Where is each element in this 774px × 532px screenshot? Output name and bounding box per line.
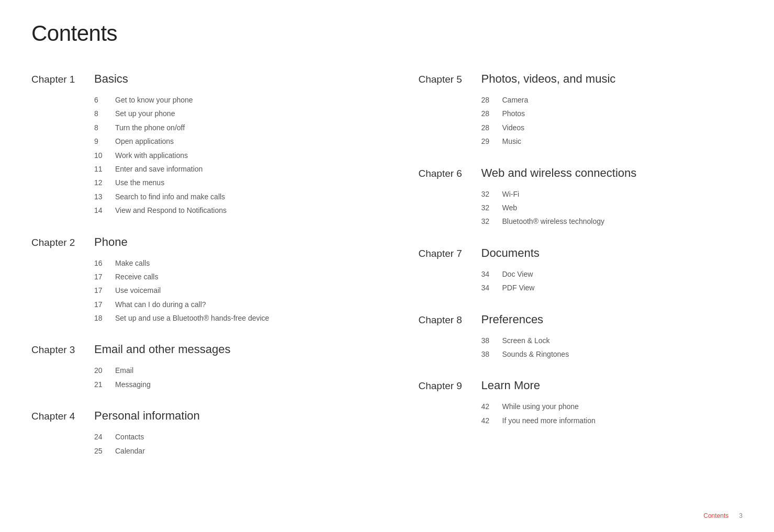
item-text-0-3: Music xyxy=(502,135,522,147)
item-text-1-2: Use voicemail xyxy=(115,285,161,296)
chapter-item-0-7: 13Search to find info and make calls xyxy=(94,191,356,202)
content-layout: Chapter 1Basics6Get to know your phone8S… xyxy=(31,72,743,476)
chapter-label-0: Chapter 5 xyxy=(419,74,481,85)
chapter-item-0-0: 28Camera xyxy=(481,94,743,106)
item-text-0-0: Get to know your phone xyxy=(115,94,193,106)
chapter-item-1-1: 32Web xyxy=(481,202,743,213)
item-page-3-1: 25 xyxy=(94,445,115,457)
chapter-block-3: Chapter 8Preferences38Screen & Lock38Sou… xyxy=(419,313,743,360)
chapter-title-3: Personal information xyxy=(94,409,200,423)
chapter-title-4: Learn More xyxy=(481,379,541,392)
item-page-3-1: 38 xyxy=(481,348,502,360)
item-page-0-5: 11 xyxy=(94,163,115,175)
chapter-item-2-1: 21Messaging xyxy=(94,379,356,390)
item-page-0-2: 8 xyxy=(94,122,115,133)
item-page-0-0: 6 xyxy=(94,94,115,106)
chapter-items-3: 38Screen & Lock38Sounds & Ringtones xyxy=(419,335,743,360)
item-text-1-2: Bluetooth® wireless technology xyxy=(502,216,605,227)
item-text-0-4: Work with applications xyxy=(115,150,188,161)
chapter-label-3: Chapter 8 xyxy=(419,314,481,326)
item-page-0-2: 28 xyxy=(481,122,502,133)
chapter-item-2-1: 34PDF View xyxy=(481,282,743,293)
footer: Contents 3 xyxy=(703,512,743,519)
item-page-2-1: 34 xyxy=(481,282,502,293)
chapter-item-0-2: 28Videos xyxy=(481,122,743,133)
item-page-4-0: 42 xyxy=(481,401,502,412)
item-text-1-4: Set up and use a Bluetooth® hands-free d… xyxy=(115,312,269,324)
item-page-1-2: 17 xyxy=(94,285,115,296)
chapter-item-3-0: 24Contacts xyxy=(94,431,356,443)
chapter-heading-0: Chapter 1Basics xyxy=(31,72,356,86)
chapter-items-0: 28Camera28Photos28Videos29Music xyxy=(419,94,743,148)
chapter-items-1: 32Wi-Fi32Web32Bluetooth® wireless techno… xyxy=(419,188,743,228)
chapter-item-4-1: 42If you need more information xyxy=(481,415,743,426)
chapter-heading-1: Chapter 2Phone xyxy=(31,235,356,249)
chapter-label-3: Chapter 4 xyxy=(31,411,94,422)
item-text-1-3: What can I do during a call? xyxy=(115,299,206,310)
item-text-3-1: Sounds & Ringtones xyxy=(502,348,569,360)
item-page-1-1: 17 xyxy=(94,271,115,282)
chapter-item-0-4: 10Work with applications xyxy=(94,150,356,161)
item-text-0-2: Turn the phone on/off xyxy=(115,122,185,133)
item-page-0-7: 13 xyxy=(94,191,115,202)
item-page-0-6: 12 xyxy=(94,177,115,188)
chapter-item-4-0: 42While using your phone xyxy=(481,401,743,412)
item-page-0-1: 28 xyxy=(481,108,502,119)
item-page-1-3: 17 xyxy=(94,299,115,310)
footer-label: Contents xyxy=(703,512,728,519)
item-text-3-0: Contacts xyxy=(115,431,144,443)
item-text-0-1: Photos xyxy=(502,108,525,119)
chapter-heading-0: Chapter 5Photos, videos, and music xyxy=(419,72,743,86)
chapter-item-0-0: 6Get to know your phone xyxy=(94,94,356,106)
chapter-item-0-1: 8Set up your phone xyxy=(94,108,356,119)
chapter-title-2: Documents xyxy=(481,246,540,260)
item-page-1-4: 18 xyxy=(94,312,115,324)
chapter-item-3-1: 25Calendar xyxy=(94,445,356,457)
page-title: Contents xyxy=(31,21,743,46)
chapter-title-3: Preferences xyxy=(481,313,544,326)
chapter-block-4: Chapter 9Learn More42While using your ph… xyxy=(419,379,743,426)
chapter-item-3-1: 38Sounds & Ringtones xyxy=(481,348,743,360)
chapter-heading-3: Chapter 8Preferences xyxy=(419,313,743,326)
item-page-0-3: 29 xyxy=(481,135,502,147)
chapter-block-2: Chapter 3Email and other messages20Email… xyxy=(31,343,356,390)
item-text-2-0: Doc View xyxy=(502,268,533,280)
chapter-heading-3: Chapter 4Personal information xyxy=(31,409,356,423)
item-text-1-0: Make calls xyxy=(115,257,150,269)
chapter-title-0: Basics xyxy=(94,72,128,86)
chapter-item-0-5: 11Enter and save information xyxy=(94,163,356,175)
item-text-2-1: PDF View xyxy=(502,282,535,293)
chapter-title-0: Photos, videos, and music xyxy=(481,72,616,86)
item-text-3-0: Screen & Lock xyxy=(502,335,550,346)
chapter-items-1: 16Make calls17Receive calls17Use voicema… xyxy=(31,257,356,324)
chapter-item-0-1: 28Photos xyxy=(481,108,743,119)
item-page-2-1: 21 xyxy=(94,379,115,390)
chapter-title-2: Email and other messages xyxy=(94,343,230,356)
item-text-0-1: Set up your phone xyxy=(115,108,175,119)
item-text-3-1: Calendar xyxy=(115,445,145,457)
item-page-0-3: 9 xyxy=(94,135,115,147)
item-text-2-0: Email xyxy=(115,365,133,376)
chapter-item-0-3: 29Music xyxy=(481,135,743,147)
item-page-2-0: 20 xyxy=(94,365,115,376)
item-page-0-0: 28 xyxy=(481,94,502,106)
item-text-1-0: Wi-Fi xyxy=(502,188,520,200)
chapter-item-1-0: 16Make calls xyxy=(94,257,356,269)
chapter-items-2: 34Doc View34PDF View xyxy=(419,268,743,294)
chapter-label-2: Chapter 7 xyxy=(419,248,481,259)
chapter-item-0-6: 12Use the menus xyxy=(94,177,356,188)
chapter-label-1: Chapter 2 xyxy=(31,237,94,248)
chapter-items-2: 20Email21Messaging xyxy=(31,365,356,390)
footer-page: 3 xyxy=(739,512,743,519)
item-page-0-1: 8 xyxy=(94,108,115,119)
chapter-heading-1: Chapter 6Web and wireless connections xyxy=(419,166,743,180)
chapter-label-1: Chapter 6 xyxy=(419,168,481,179)
chapter-item-0-2: 8Turn the phone on/off xyxy=(94,122,356,133)
chapter-item-1-0: 32Wi-Fi xyxy=(481,188,743,200)
item-text-0-5: Enter and save information xyxy=(115,163,203,175)
chapter-item-1-4: 18Set up and use a Bluetooth® hands-free… xyxy=(94,312,356,324)
item-page-4-1: 42 xyxy=(481,415,502,426)
item-text-2-1: Messaging xyxy=(115,379,151,390)
chapter-heading-2: Chapter 3Email and other messages xyxy=(31,343,356,356)
chapter-block-2: Chapter 7Documents34Doc View34PDF View xyxy=(419,246,743,294)
